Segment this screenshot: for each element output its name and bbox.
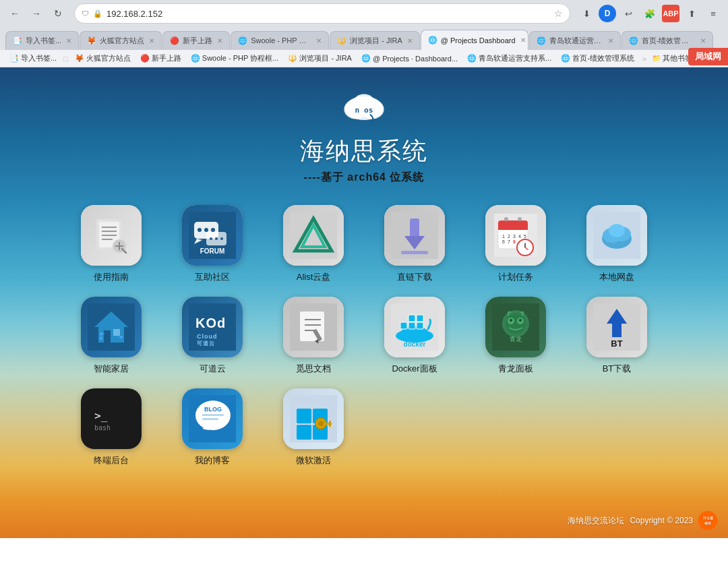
tab-0[interactable]: 📑 导入书签... ✕: [5, 31, 79, 50]
address-input[interactable]: [107, 9, 550, 19]
app-terminal[interactable]: >_ bash 终端后台: [71, 388, 152, 467]
app-icon-shiyong: [81, 205, 142, 266]
svg-point-86: [506, 314, 526, 334]
svg-rect-80: [417, 322, 423, 329]
app-kod[interactable]: KOd Cloud 可道云 可道云: [172, 297, 253, 375]
tab-5-active[interactable]: 🌐 @ Projects Dashboard ✕: [421, 30, 528, 50]
app-cloud[interactable]: 本地网盘: [576, 205, 657, 283]
app-blog[interactable]: BLOG 我的博客: [172, 388, 253, 467]
app-icon-alist: [283, 205, 344, 266]
reload-button[interactable]: ↻: [49, 4, 67, 23]
bookmark-swoole[interactable]: 🌐 Swoole - PHP 协程框...: [187, 52, 283, 65]
history-button[interactable]: ↩: [619, 4, 638, 23]
svg-text:得买: 得买: [704, 521, 711, 525]
address-bar[interactable]: 🛡 🔒 ☆: [74, 3, 570, 24]
svg-rect-34: [498, 226, 528, 230]
app-windows[interactable]: 微软激活: [273, 388, 354, 467]
tab-close-7[interactable]: ✕: [700, 37, 706, 45]
local-net-badge: 局域网: [688, 48, 728, 65]
svg-text:FORUM: FORUM: [200, 247, 225, 255]
tab-close-0[interactable]: ✕: [66, 37, 71, 45]
bookmark-newbie[interactable]: 🔴 新手上路: [136, 52, 185, 65]
tab-3[interactable]: 🌐 Swoole - PHP 协程框... ✕: [231, 31, 329, 50]
app-bt[interactable]: BT BT下载: [576, 297, 657, 375]
footer-logo[interactable]: 什么值 得买: [698, 511, 717, 530]
svg-point-21: [215, 237, 218, 240]
tab-6[interactable]: 🌐 青岛软通运营支持系... ✕: [529, 31, 621, 50]
tab-4[interactable]: 🔱 浏览项目 - JIRA ✕: [330, 31, 420, 50]
svg-rect-113: [329, 425, 331, 427]
bookmark-star-icon[interactable]: ☆: [554, 8, 563, 19]
downloads-button[interactable]: ⬇: [577, 4, 596, 23]
bookmark-import[interactable]: 📑 导入书签...: [5, 52, 61, 65]
app-label-docker: Docker面板: [392, 363, 437, 375]
app-shiyong[interactable]: 使用指南: [71, 205, 152, 283]
svg-text:7: 7: [508, 239, 510, 244]
lock-icon2: 🔒: [93, 9, 102, 18]
app-qinglong[interactable]: 青龙 青龙面板: [475, 297, 556, 375]
tab-7[interactable]: 🌐 首页-绩效管理系统 ✕: [621, 31, 713, 50]
app-icon-blog: BLOG: [182, 388, 243, 449]
tab-close-2[interactable]: ✕: [217, 37, 222, 45]
tabs-bar: 📑 导入书签... ✕ 🦊 火狐官方站点 ✕ 🔴 新手上路 ✕ 🌐 Swoole…: [0, 27, 728, 50]
svg-rect-79: [408, 322, 415, 329]
svg-point-114: [698, 511, 717, 530]
app-schedule[interactable]: 1 2 3 4 5 6 7 8 计划任务: [475, 205, 556, 283]
svg-rect-112: [329, 421, 331, 423]
bookmark-perf[interactable]: 🌐 首页-绩效管理系统: [557, 52, 638, 65]
app-forum[interactable]: FORUM 互助社区: [172, 205, 253, 283]
svg-text:BT: BT: [611, 338, 622, 349]
share-button[interactable]: ⬆: [682, 4, 701, 23]
extensions-button[interactable]: 🧩: [640, 4, 659, 23]
bookmark-icon-4: 🔱: [288, 54, 297, 63]
svg-text:>_: >_: [94, 409, 108, 422]
svg-point-20: [210, 237, 212, 240]
app-docker[interactable]: docker Docker面板: [374, 297, 455, 375]
footer: 海纳思交流论坛 Copyright © 2023 什么值 得买: [568, 511, 717, 530]
svg-rect-111: [324, 423, 332, 425]
svg-text:Cloud: Cloud: [197, 333, 218, 340]
app-smarthome[interactable]: 智能家居: [71, 297, 152, 375]
svg-text:可道云: 可道云: [197, 341, 215, 347]
svg-point-17: [204, 228, 208, 232]
bookmark-jira[interactable]: 🔱 浏览项目 - JIRA: [284, 52, 356, 65]
adblock-button[interactable]: ABP: [662, 5, 679, 22]
tab-2[interactable]: 🔴 新手上路 ✕: [162, 31, 230, 50]
app-flomo[interactable]: 觅思文档: [273, 297, 354, 375]
tab-close-1[interactable]: ✕: [149, 37, 154, 45]
forward-button[interactable]: →: [27, 4, 46, 23]
app-alist[interactable]: Alist云盘: [273, 205, 354, 283]
svg-point-35: [504, 217, 508, 221]
browser-chrome: ← → ↻ 🛡 🔒 ☆ ⬇ D ↩ 🧩 ABP ⬆ ≡ 📑 导入书签... ✕ …: [0, 0, 728, 67]
svg-text:4: 4: [518, 234, 521, 239]
bookmark-icon-7: 🌐: [561, 54, 570, 63]
app-label-schedule: 计划任务: [498, 271, 533, 283]
profile-button[interactable]: D: [599, 5, 616, 22]
bookmark-qd[interactable]: 🌐 青岛软通运营支持系...: [463, 52, 555, 65]
menu-button[interactable]: ≡: [704, 4, 723, 23]
svg-text:2: 2: [508, 234, 510, 239]
app-label-alist: Alist云盘: [297, 271, 331, 283]
svg-point-52: [609, 224, 625, 237]
svg-text:bash: bash: [94, 424, 111, 432]
bookmark-projects[interactable]: 🌐 @ Projects · Dashboard...: [357, 53, 462, 64]
app-label-blog: 我的博客: [195, 454, 230, 467]
app-label-kod: 可道云: [200, 363, 226, 375]
svg-point-18: [211, 228, 215, 232]
app-download[interactable]: 直链下载: [374, 205, 455, 283]
svg-rect-55: [104, 330, 111, 343]
svg-text:什么值: 什么值: [702, 516, 713, 520]
svg-rect-81: [408, 315, 415, 322]
back-button[interactable]: ←: [5, 4, 24, 23]
app-label-smarthome: 智能家居: [94, 363, 129, 375]
svg-text:BLOG: BLOG: [204, 406, 222, 413]
tab-close-4[interactable]: ✕: [407, 37, 413, 45]
bookmark-firefox[interactable]: 🦊 火狐官方站点: [71, 52, 135, 65]
tab-close-3[interactable]: ✕: [316, 37, 322, 45]
bookmark-icon-3: 🌐: [191, 54, 200, 63]
app-icon-kod: KOd Cloud 可道云: [182, 297, 243, 357]
tab-close-5[interactable]: ✕: [520, 36, 526, 44]
tab-close-6[interactable]: ✕: [608, 37, 613, 45]
svg-point-89: [510, 319, 512, 322]
tab-1[interactable]: 🦊 火狐官方站点 ✕: [80, 31, 162, 50]
